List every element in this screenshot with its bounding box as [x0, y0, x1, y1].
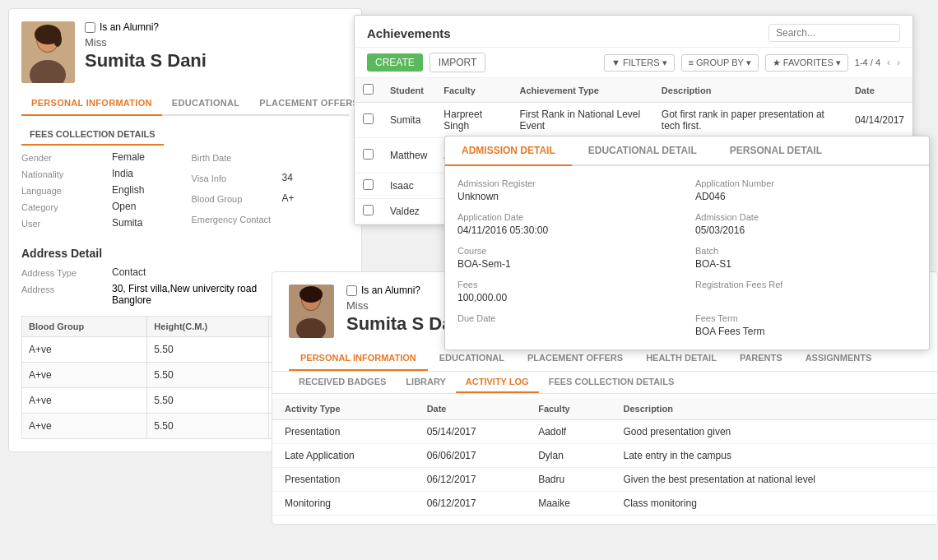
modal-header: Achievements [355, 16, 912, 48]
activity-date-cell: 06/12/2017 [415, 468, 527, 492]
activity-faculty-cell: Aadolf [526, 420, 611, 444]
filters-button[interactable]: ▼ FILTERS ▾ [604, 54, 674, 72]
activity-date-cell: 06/12/2017 [415, 492, 527, 516]
sub-tab-activity-log[interactable]: ACTIVITY LOG [456, 372, 539, 393]
batch-value: BOA-S1 [695, 258, 917, 270]
description-header: Description [653, 78, 847, 103]
tab-educational[interactable]: EDUCATIONAL [162, 91, 250, 114]
tab-placement-offers[interactable]: PLACEMENT OFFERS [249, 91, 369, 114]
batch-label: Batch [695, 246, 917, 256]
admission-panel: ADMISSION DETAIL EDUCATIONAL DETAIL PERS… [444, 136, 930, 350]
adm-tab-personal[interactable]: PERSONAL DETAIL [713, 137, 838, 164]
activity-date-header: Date [415, 398, 527, 420]
activity-type-cell: Late Application [272, 444, 415, 468]
sub-tab-fees[interactable]: FEES COLLECTION DETAILS [21, 124, 164, 146]
second-alumni-label: Is an Alumni? [361, 285, 420, 296]
height-cell: 5.50 [147, 363, 269, 388]
activity-type-cell: Presentation [272, 468, 415, 492]
search-input[interactable] [769, 24, 900, 42]
gender-label: Gender [21, 151, 112, 163]
alumni-label: Is an Alumni? [100, 21, 159, 33]
select-all-checkbox[interactable] [363, 84, 374, 95]
visainfo-label: Visa Info [192, 172, 282, 187]
activity-row: Presentation 06/12/2017 Badru Given the … [272, 468, 937, 492]
filter-chevron: ▾ [662, 58, 667, 67]
import-button[interactable]: IMPORT [430, 53, 485, 72]
row-checkbox-cell [355, 138, 382, 174]
fees-term-label: Fees Term [695, 313, 917, 323]
sub-tab-library[interactable]: LIBRARY [396, 372, 455, 393]
student-cell: Matthew [382, 138, 435, 174]
bloodgroup-label: Blood Group [192, 192, 282, 208]
second-alumni-checkbox[interactable] [346, 285, 357, 296]
student-cell: Valdez [382, 199, 435, 224]
blood-group-cell: A+ve [22, 414, 147, 439]
bloodgroup-value: A+ [282, 192, 350, 208]
fees-term-field: Fees Term BOA Fees Term [695, 313, 917, 337]
activity-description-cell: Late entry in the campus [611, 444, 938, 468]
category-label: Category [21, 201, 112, 212]
favorites-button[interactable]: ★ FAVORITES ▾ [765, 54, 848, 72]
description-cell: Got first rank in paper presentation at … [653, 103, 847, 138]
row-checkbox[interactable] [363, 113, 374, 124]
activity-date-cell: 06/06/2017 [415, 444, 527, 468]
activity-description-cell: Given the best presentation at national … [611, 468, 938, 492]
address-title: Address Detail [21, 247, 349, 260]
batch-field: Batch BOA-S1 [695, 246, 917, 270]
user-label: User [21, 217, 112, 229]
tab-personal-info[interactable]: PERSONAL INFORMATION [21, 91, 162, 116]
birthdate-label: Birth Date [192, 151, 282, 167]
activity-row: Late Application 06/06/2017 Dylan Late e… [272, 444, 937, 468]
student-info-header: Is an Alumni? Miss Sumita S Dani [85, 21, 349, 72]
info-right: Birth Date Visa Info 34 Blood Group A+ E… [192, 151, 350, 229]
avatar [21, 21, 75, 83]
activity-row: Monitoring 06/12/2017 Maaike Class monit… [272, 492, 937, 516]
activity-faculty-cell: Maaike [526, 492, 611, 516]
nationality-label: Nationality [21, 168, 112, 179]
visainfo-value: 34 [282, 172, 350, 187]
groupby-icon: ≡ [689, 58, 694, 67]
adm-tab-admission[interactable]: ADMISSION DETAIL [445, 137, 572, 166]
student-cell: Isaac [382, 174, 435, 199]
second-avatar [289, 285, 334, 338]
date-cell: 04/14/2017 [847, 103, 912, 138]
row-checkbox-cell [355, 174, 382, 199]
sub-tab-fees-collection[interactable]: FEES COLLECTION DETAILS [539, 372, 685, 393]
user-value: Sumita [112, 217, 179, 229]
activity-faculty-header: Faculty [526, 398, 611, 420]
activity-date-cell: 05/14/2017 [415, 420, 527, 444]
category-value: Open [112, 201, 179, 212]
faculty-cell: Harpreet Singh [435, 103, 511, 138]
activity-faculty-cell: Badru [526, 468, 611, 492]
course-value: BOA-Sem-1 [457, 258, 679, 270]
application-date-value: 04/11/2016 05:30:00 [457, 224, 679, 236]
prev-page-button[interactable]: ‹ [887, 57, 890, 68]
achievement-type-header: Achievement Type [511, 78, 652, 103]
second-tab-personal[interactable]: PERSONAL INFORMATION [289, 346, 428, 371]
course-field: Course BOA-Sem-1 [457, 246, 679, 270]
sub-tab-received-badges[interactable]: RECEIVED BADGES [289, 372, 396, 393]
application-number-label: Application Number [695, 178, 917, 188]
row-checkbox[interactable] [363, 149, 374, 160]
main-tabs: PERSONAL INFORMATION EDUCATIONAL PLACEME… [21, 91, 349, 116]
group-by-button[interactable]: ≡ GROUP BY ▾ [681, 54, 759, 72]
activity-faculty-cell: Dylan [526, 444, 611, 468]
create-button[interactable]: CREATE [367, 53, 423, 72]
row-checkbox[interactable] [363, 205, 374, 215]
alumni-checkbox[interactable] [85, 22, 95, 33]
activity-table: Activity Type Date Faculty Description P… [272, 398, 937, 516]
height-header: Height(C.M.) [147, 317, 269, 337]
adm-tab-educational[interactable]: EDUCATIONAL DETAIL [572, 137, 713, 164]
svg-point-10 [300, 286, 323, 303]
modal-title: Achievements [367, 26, 451, 40]
fees-term-value: BOA Fees Term [695, 326, 917, 337]
admission-content: Admission Register Unknown Application N… [445, 166, 929, 349]
check-all-header [355, 78, 382, 103]
achievement-row: Sumita Harpreet Singh First Rank in Nati… [355, 103, 912, 138]
application-date-field: Application Date 04/11/2016 05:30:00 [457, 212, 679, 236]
row-checkbox[interactable] [363, 179, 374, 190]
height-cell: 5.50 [147, 337, 269, 363]
next-page-button[interactable]: › [897, 57, 900, 68]
student-cell: Sumita [382, 103, 435, 138]
student-col-header: Student [382, 78, 435, 103]
